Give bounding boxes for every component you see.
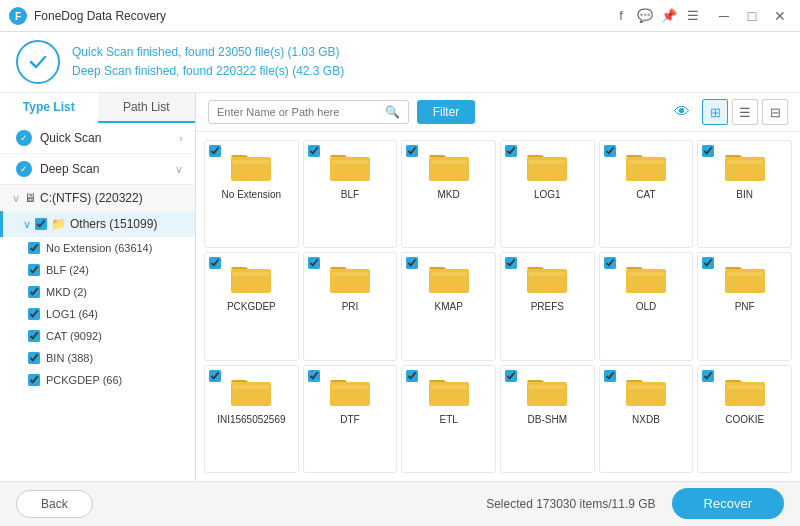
file-item-checkbox[interactable] [209, 145, 221, 157]
bookmark-icon[interactable]: 📌 [658, 5, 680, 27]
others-checkbox[interactable] [35, 218, 47, 230]
file-grid-item[interactable]: LOG1 [500, 140, 595, 248]
file-grid-item[interactable]: INI1565052569 [204, 365, 299, 473]
others-folder[interactable]: ∨ 📁 Others (151099) [0, 211, 195, 237]
svg-rect-11 [628, 160, 664, 164]
quick-scan-item[interactable]: ✓ Quick Scan › [0, 123, 195, 154]
folder-icon [328, 372, 372, 410]
svg-rect-17 [332, 272, 368, 276]
file-item-checkbox[interactable] [505, 145, 517, 157]
sidebar-file-entry[interactable]: BIN (388) [0, 347, 195, 369]
svg-rect-5 [332, 160, 368, 164]
app-title: FoneDog Data Recovery [34, 9, 610, 23]
file-grid-item[interactable]: PCKGDEP [204, 252, 299, 360]
file-item-label: BIN [736, 189, 753, 200]
tab-path-list[interactable]: Path List [98, 93, 196, 121]
file-grid-item[interactable]: CAT [599, 140, 694, 248]
file-grid-item[interactable]: OLD [599, 252, 694, 360]
file-item-checkbox[interactable] [209, 257, 221, 269]
sidebar-entry-checkbox[interactable] [28, 308, 40, 320]
maximize-button[interactable]: □ [740, 5, 764, 27]
file-item-checkbox[interactable] [702, 370, 714, 382]
menu-icon[interactable]: ☰ [682, 5, 704, 27]
file-grid-item[interactable]: PREFS [500, 252, 595, 360]
file-item-checkbox[interactable] [308, 370, 320, 382]
close-button[interactable]: ✕ [768, 5, 792, 27]
folder-icon [525, 259, 569, 297]
recover-button[interactable]: Recover [672, 488, 784, 519]
minimize-button[interactable]: ─ [712, 5, 736, 27]
sidebar-file-entry[interactable]: CAT (9092) [0, 325, 195, 347]
footer: Back Selected 173030 items/11.9 GB Recov… [0, 481, 800, 525]
sidebar-file-entry[interactable]: No Extension (63614) [0, 237, 195, 259]
search-input[interactable] [217, 106, 385, 118]
sidebar-entry-checkbox[interactable] [28, 330, 40, 342]
sidebar-file-entry[interactable]: PCKGDEP (66) [0, 369, 195, 391]
file-item-checkbox[interactable] [604, 145, 616, 157]
file-grid-item[interactable]: BIN [697, 140, 792, 248]
detail-view-button[interactable]: ⊟ [762, 99, 788, 125]
file-grid-item[interactable]: KMAP [401, 252, 496, 360]
file-item-label: BLF [341, 189, 359, 200]
file-item-checkbox[interactable] [604, 370, 616, 382]
file-item-checkbox[interactable] [406, 370, 418, 382]
file-grid-item[interactable]: BLF [303, 140, 398, 248]
file-grid-item[interactable]: PRI [303, 252, 398, 360]
tab-type-list[interactable]: Type List [0, 93, 98, 123]
drive-item[interactable]: ∨ 🖥 C:(NTFS) (220322) [0, 185, 195, 211]
file-item-checkbox[interactable] [308, 257, 320, 269]
grid-view-button[interactable]: ⊞ [702, 99, 728, 125]
list-view-button[interactable]: ☰ [732, 99, 758, 125]
file-grid-item[interactable]: ETL [401, 365, 496, 473]
quick-scan-check: ✓ [16, 130, 32, 146]
file-grid-item[interactable]: DTF [303, 365, 398, 473]
sidebar-file-entry[interactable]: LOG1 (64) [0, 303, 195, 325]
back-button[interactable]: Back [16, 490, 93, 518]
sidebar-entry-label: No Extension (63614) [46, 242, 152, 254]
sidebar-entry-label: LOG1 (64) [46, 308, 98, 320]
deep-scan-item[interactable]: ✓ Deep Scan ∨ [0, 154, 195, 185]
sidebar-entry-checkbox[interactable] [28, 264, 40, 276]
computer-icon: 🖥 [24, 191, 36, 205]
sidebar-file-entry[interactable]: BLF (24) [0, 259, 195, 281]
file-item-label: DTF [340, 414, 359, 425]
app-logo [16, 40, 60, 84]
file-item-checkbox[interactable] [702, 257, 714, 269]
file-item-checkbox[interactable] [308, 145, 320, 157]
file-item-checkbox[interactable] [406, 257, 418, 269]
chat-icon[interactable]: 💬 [634, 5, 656, 27]
svg-rect-13 [727, 160, 763, 164]
folder-icon [624, 259, 668, 297]
svg-rect-7 [431, 160, 467, 164]
file-item-checkbox[interactable] [505, 257, 517, 269]
file-grid-item[interactable]: No Extension [204, 140, 299, 248]
file-grid-item[interactable]: PNF [697, 252, 792, 360]
sidebar-entry-checkbox[interactable] [28, 374, 40, 386]
file-item-checkbox[interactable] [505, 370, 517, 382]
deep-scan-chevron: ∨ [175, 163, 183, 176]
file-item-checkbox[interactable] [702, 145, 714, 157]
file-grid-item[interactable]: DB-SHM [500, 365, 595, 473]
app-icon: F [8, 6, 28, 26]
sidebar-file-entry[interactable]: MKD (2) [0, 281, 195, 303]
window-controls: ─ □ ✕ [712, 5, 792, 27]
filter-button[interactable]: Filter [417, 100, 476, 124]
scan-status: Quick Scan finished, found 23050 file(s)… [72, 43, 784, 81]
file-item-label: OLD [636, 301, 657, 312]
sidebar-entry-checkbox[interactable] [28, 242, 40, 254]
file-grid-item[interactable]: NXDB [599, 365, 694, 473]
file-item-checkbox[interactable] [604, 257, 616, 269]
sidebar-entry-checkbox[interactable] [28, 352, 40, 364]
facebook-icon[interactable]: f [610, 5, 632, 27]
file-item-label: PNF [735, 301, 755, 312]
file-item-checkbox[interactable] [406, 145, 418, 157]
file-item-checkbox[interactable] [209, 370, 221, 382]
file-grid-item[interactable]: COOKIE [697, 365, 792, 473]
folder-chevron-icon: ∨ [23, 218, 31, 231]
folder-icon [328, 147, 372, 185]
file-grid-item[interactable]: MKD [401, 140, 496, 248]
file-item-label: CAT [636, 189, 655, 200]
sidebar-entry-checkbox[interactable] [28, 286, 40, 298]
eye-icon[interactable]: 👁 [674, 103, 690, 121]
file-item-label: LOG1 [534, 189, 561, 200]
